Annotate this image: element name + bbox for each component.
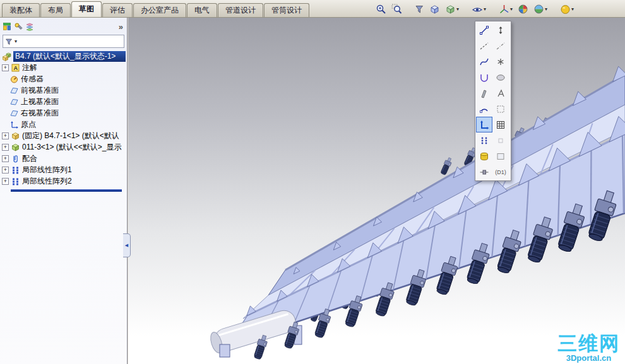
square-face-icon: [496, 151, 506, 161]
apply-scene-button[interactable]: ▾: [532, 3, 549, 16]
tree-item-label: 原点: [21, 119, 36, 130]
selection-filter-button[interactable]: [414, 3, 426, 15]
mates-paperclip-icon: [11, 154, 20, 163]
tab-sketch[interactable]: 草图: [71, 1, 102, 17]
tab-office-products[interactable]: 办公室产品: [133, 3, 186, 17]
tree-item-origin[interactable]: 原点: [2, 119, 127, 130]
panel-collapse-button[interactable]: ◀: [123, 233, 131, 257]
sketch-tool-palette: (D1): [475, 21, 511, 181]
point-tool[interactable]: [492, 54, 509, 69]
trim-tool[interactable]: [476, 85, 492, 101]
ellipse-tool[interactable]: [492, 69, 509, 85]
tree-item-front-plane[interactable]: 前视基准面: [2, 85, 127, 96]
text-tool[interactable]: [492, 85, 509, 101]
feature-manager-icon[interactable]: [3, 22, 11, 31]
tree-item-right-plane[interactable]: 右视基准面: [2, 107, 127, 119]
hide-show-items-button[interactable]: ▾: [470, 3, 487, 16]
view-orientation-button[interactable]: ▾: [497, 3, 514, 16]
pattern-tool[interactable]: [476, 132, 492, 148]
point-asterisk-icon: [496, 57, 506, 67]
scene-sphere-icon: [533, 4, 544, 15]
view-toolbar: ▾ ▾ ▾ ▾ ▾: [374, 3, 575, 16]
tree-root-label: B4.7 (默认<默认_显示状态-1>: [13, 51, 126, 62]
view-cube-icon: [429, 4, 440, 15]
centerline-tool[interactable]: [476, 38, 492, 54]
help-ball-icon: [560, 4, 571, 15]
tree-item-label: 右视基准面: [21, 108, 59, 119]
tree-item-label: 传感器: [21, 74, 44, 85]
tree-item-label: 局部线性阵列1: [22, 165, 72, 175]
expand-plus-icon[interactable]: +: [2, 167, 9, 173]
tree-item-annotations[interactable]: + A 注解: [2, 62, 127, 73]
spacer-tool[interactable]: [492, 132, 509, 148]
tree-item-component-011-3[interactable]: + 011-3<1> (默认<<默认>_显示: [2, 141, 127, 153]
tree-item-local-pattern-1[interactable]: + 局部线性阵列1: [2, 164, 127, 175]
panel-expand-chevrons[interactable]: »: [119, 22, 123, 32]
property-manager-icon[interactable]: [14, 22, 23, 31]
tree-item-component-b47[interactable]: + (固定) B4.7-1<1> (默认<默认: [2, 130, 127, 141]
zoom-fit-button[interactable]: [374, 3, 388, 16]
rollback-bar[interactable]: [11, 189, 122, 192]
line-tool[interactable]: [476, 22, 492, 38]
face-tool[interactable]: [492, 148, 509, 164]
construction-line-tool[interactable]: [492, 38, 509, 54]
u-spline-icon: [479, 73, 489, 83]
plane-icon: [9, 109, 19, 118]
tree-item-mates[interactable]: + 配合: [2, 153, 127, 164]
expand-plus-icon[interactable]: +: [2, 64, 9, 71]
tab-tubing-design[interactable]: 管筒设计: [264, 3, 309, 17]
construction-line-icon: [496, 41, 506, 51]
dropdown-caret-icon: ▾: [571, 6, 574, 12]
tree-item-label: 局部线性阵列2: [22, 176, 72, 187]
filter-funnel-icon[interactable]: [5, 38, 13, 45]
expand-plus-icon[interactable]: +: [2, 132, 9, 139]
slider-tool[interactable]: [476, 164, 492, 180]
grid-icon: [496, 120, 506, 130]
zoom-area-icon: [391, 4, 402, 15]
tab-layout[interactable]: 布局: [40, 3, 71, 17]
tree-item-top-plane[interactable]: 上视基准面: [2, 96, 127, 107]
tangent-arc-tool[interactable]: [476, 101, 492, 117]
configuration-manager-icon[interactable]: [25, 22, 34, 31]
tab-electrical[interactable]: 电气: [187, 3, 217, 17]
edit-appearance-button[interactable]: [516, 3, 530, 16]
viewport-3d-model[interactable]: [128, 18, 625, 364]
appearance-sphere-icon: [518, 4, 528, 15]
material-db-tool[interactable]: [476, 148, 492, 164]
tree-filter-input[interactable]: [18, 36, 122, 47]
ellipse-icon: [496, 73, 506, 83]
zoom-area-button[interactable]: [390, 3, 403, 16]
text-a-icon: [496, 88, 506, 98]
dropdown-caret-icon: ▾: [484, 6, 486, 12]
watermark-subtitle: 3Dportal.cn: [557, 354, 620, 363]
ruler-tool[interactable]: [476, 117, 492, 132]
tree-root-assembly[interactable]: B4.7 (默认<默认_显示状态-1>: [2, 51, 127, 62]
dot-columns-icon: [479, 136, 489, 146]
spline-icon: [479, 57, 489, 67]
tree-filter-box: ▾: [3, 35, 124, 48]
dimension-tool[interactable]: [492, 22, 509, 38]
display-style-button[interactable]: ▾: [444, 3, 460, 16]
tree-item-sensors[interactable]: 传感器: [2, 73, 127, 85]
help-button[interactable]: ▾: [559, 3, 575, 16]
spline-tool[interactable]: [476, 54, 492, 69]
expand-plus-icon[interactable]: +: [2, 178, 9, 185]
eye-icon: [472, 4, 483, 15]
view-cube-button[interactable]: [428, 3, 441, 16]
faint-square-icon: [496, 136, 506, 146]
filter-caret-icon[interactable]: ▾: [15, 38, 17, 44]
expand-plus-icon[interactable]: +: [2, 155, 9, 162]
tab-evaluate[interactable]: 评估: [102, 3, 133, 17]
hatch-tool[interactable]: [492, 101, 509, 117]
plane-icon: [9, 97, 19, 107]
arc-u-tool[interactable]: [476, 69, 492, 85]
tab-piping-design[interactable]: 管道设计: [218, 3, 263, 17]
grid-tool[interactable]: [492, 117, 509, 132]
slider-icon: [479, 167, 489, 177]
tab-assembly[interactable]: 装配体: [2, 3, 40, 17]
tree-item-local-pattern-2[interactable]: + 局部线性阵列2: [2, 175, 127, 187]
dropdown-caret-icon: ▾: [510, 6, 513, 12]
tree-item-label: 011-3<1> (默认<<默认>_显示: [22, 142, 122, 153]
expand-plus-icon[interactable]: +: [2, 144, 9, 151]
annotations-icon: A: [11, 63, 20, 73]
